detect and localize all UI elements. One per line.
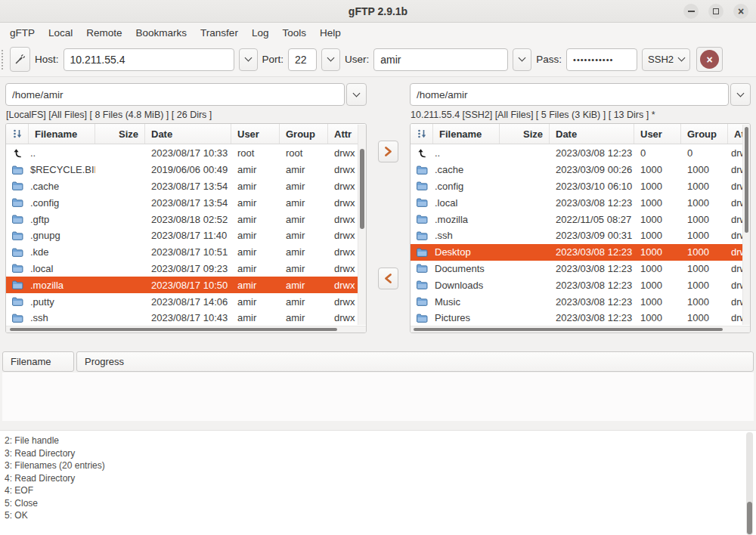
file-row-.gnupg[interactable]: .gnupg2023/08/17 11:40amiramirdrwx <box>6 227 366 244</box>
transfer-right-button[interactable] <box>378 141 398 162</box>
file-row-..[interactable]: ..2023/08/17 10:33rootrootdrwx <box>6 145 366 162</box>
menubar: gFTP Local Remote Bookmarks Transfer Log… <box>0 23 756 42</box>
menu-local[interactable]: Local <box>42 26 79 40</box>
menu-transfer[interactable]: Transfer <box>194 26 245 40</box>
file-row-Downloads[interactable]: Downloads2023/03/08 12:2310001000drwx <box>411 277 750 293</box>
local-path-combo-button[interactable] <box>346 83 367 106</box>
host-label: Host: <box>35 54 59 65</box>
file-group: amir <box>280 296 328 308</box>
log-line: 4: Read Directory <box>5 472 756 485</box>
column-header-size[interactable]: Size <box>95 124 145 144</box>
column-header-filename[interactable]: Filename <box>29 124 95 144</box>
file-row-Desktop[interactable]: Desktop2023/03/08 12:2310001000drwx <box>411 244 750 261</box>
file-row-.cache[interactable]: .cache2023/08/17 13:54amiramirdrwx <box>6 178 366 195</box>
file-row-Documents[interactable]: Documents2023/03/08 12:2310001000drwx <box>411 261 750 277</box>
column-header-size[interactable]: Size <box>500 124 550 144</box>
protocol-select[interactable]: SSH2 <box>642 48 690 71</box>
column-header-date[interactable]: Date <box>145 124 231 144</box>
file-row-.ssh[interactable]: .ssh2023/08/17 10:43amiramirdrwx <box>6 310 366 326</box>
file-row-.local[interactable]: .local2023/08/17 09:23amiramirdrwx <box>6 261 366 277</box>
column-header-user[interactable]: User <box>634 124 681 144</box>
sort-column-header[interactable] <box>411 124 433 144</box>
file-row-..[interactable]: ..2023/03/08 12:2300drwx <box>411 145 750 162</box>
file-group: amir <box>280 181 328 192</box>
column-header-group[interactable]: Group <box>681 124 728 144</box>
file-row-.putty[interactable]: .putty2023/08/17 14:06amiramirdrwx <box>6 293 366 310</box>
sort-column-header[interactable] <box>6 124 29 144</box>
column-header-group[interactable]: Group <box>280 124 328 144</box>
file-user: amir <box>231 214 280 225</box>
column-header-user[interactable]: User <box>231 124 280 144</box>
file-user: amir <box>231 296 280 308</box>
local-list-header: Filename Size Date User Group Attr <box>6 124 366 144</box>
port-input[interactable] <box>288 48 317 71</box>
close-button[interactable]: × <box>733 4 748 19</box>
file-row-Music[interactable]: Music2023/03/08 12:2310001000drwx <box>411 293 750 310</box>
remote-path-combo-button[interactable] <box>730 83 751 106</box>
file-row-.ssh[interactable]: .ssh2023/03/09 00:3110001000drwx <box>411 227 750 244</box>
column-header-filename[interactable]: Filename <box>433 124 500 144</box>
file-row-.config[interactable]: .config2023/03/10 06:1010001000drwx <box>411 178 750 195</box>
file-user: 1000 <box>634 181 681 192</box>
remote-rows: ..2023/03/08 12:2300drwx.cache2023/03/09… <box>411 145 750 326</box>
scrollbar-thumb[interactable] <box>360 149 364 229</box>
file-row-.local[interactable]: .local2023/03/08 12:2310001000drwx <box>411 194 750 211</box>
file-group: 0 <box>681 147 728 159</box>
file-date: 2019/06/06 00:49 <box>145 164 231 175</box>
menu-bookmarks[interactable]: Bookmarks <box>129 26 194 40</box>
transfer-left-button[interactable] <box>378 268 398 289</box>
file-name: .cache <box>433 164 500 175</box>
scrollbar-thumb[interactable] <box>745 127 748 233</box>
queue-progress-header[interactable]: Progress <box>76 351 754 372</box>
minimize-button[interactable] <box>683 4 699 19</box>
file-row-.config[interactable]: .config2023/08/17 13:54amiramirdrwx <box>6 194 366 211</box>
close-icon: × <box>738 6 744 17</box>
log-line: 4: EOF <box>5 484 756 497</box>
file-row-.cache[interactable]: .cache2023/03/09 00:2610001000drwx <box>411 162 750 178</box>
menu-help[interactable]: Help <box>313 26 348 40</box>
local-horizontal-scrollbar[interactable] <box>6 326 366 332</box>
maximize-icon <box>713 8 719 14</box>
scrollbar-thumb[interactable] <box>10 328 337 331</box>
menu-gftp[interactable]: gFTP <box>3 26 42 40</box>
port-combo-button[interactable] <box>321 48 340 71</box>
remote-path-input[interactable] <box>410 83 729 106</box>
queue-filename-header[interactable]: Filename <box>2 351 74 372</box>
remote-vertical-scrollbar[interactable] <box>742 125 750 325</box>
column-header-date[interactable]: Date <box>550 124 634 144</box>
host-input[interactable] <box>64 48 234 71</box>
local-vertical-scrollbar[interactable] <box>358 125 366 325</box>
remote-horizontal-scrollbar[interactable] <box>411 326 750 332</box>
file-row-.mozilla[interactable]: .mozilla2023/08/17 10:50amiramirdrwx <box>6 277 366 293</box>
user-combo-button[interactable] <box>513 48 531 71</box>
file-row-.mozilla[interactable]: .mozilla2022/11/05 08:2710001000drwx <box>411 211 750 227</box>
scrollbar-thumb[interactable] <box>747 502 752 533</box>
menu-tools[interactable]: Tools <box>275 26 313 40</box>
connect-button[interactable] <box>10 47 30 72</box>
window-controls: × <box>683 4 748 19</box>
file-row-$RECYCLE.BIN[interactable]: $RECYCLE.BIN2019/06/06 00:49amiramirdrwx <box>6 162 366 178</box>
password-input[interactable] <box>566 48 637 71</box>
file-user: 1000 <box>634 246 681 258</box>
disconnect-button[interactable]: × <box>696 47 723 72</box>
file-row-.gftp[interactable]: .gftp2023/08/18 02:52amiramirdrwx <box>6 211 366 227</box>
file-group: amir <box>280 312 328 323</box>
toolbar-grip[interactable] <box>2 50 4 70</box>
local-path-row <box>5 83 367 106</box>
maximize-button[interactable] <box>708 4 723 19</box>
file-user: 1000 <box>634 296 681 308</box>
scrollbar-thumb[interactable] <box>414 328 723 331</box>
log-scrollbar[interactable] <box>746 432 753 535</box>
port-label: Port: <box>262 54 284 65</box>
remote-list-header: Filename Size Date User Group Attr <box>411 124 750 144</box>
folder-icon <box>411 313 433 323</box>
menu-log[interactable]: Log <box>245 26 276 40</box>
host-combo-button[interactable] <box>239 48 258 71</box>
user-input[interactable] <box>373 48 508 71</box>
file-user: amir <box>231 230 280 241</box>
local-path-input[interactable] <box>5 83 345 106</box>
menu-remote[interactable]: Remote <box>79 26 129 40</box>
file-row-Pictures[interactable]: Pictures2023/03/08 12:2310001000drwx <box>411 310 750 326</box>
file-row-.kde[interactable]: .kde2023/08/17 10:51amiramirdrwx <box>6 244 366 261</box>
file-group: 1000 <box>681 246 728 258</box>
